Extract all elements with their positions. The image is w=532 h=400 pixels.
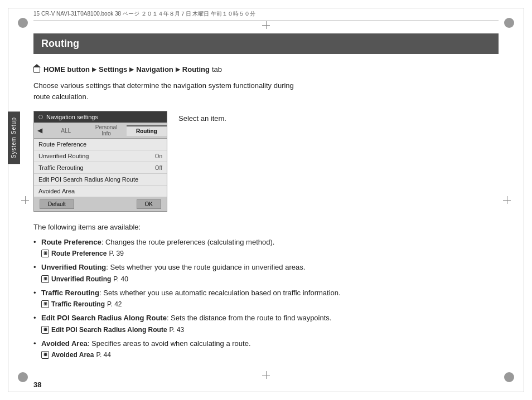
ref-bold: Avoided Area: [51, 350, 94, 360]
main-content: Routing HOME button ▶ Settings ▶ Navigat…: [33, 33, 499, 372]
cross-decoration-ml: [21, 196, 29, 204]
side-tab: System Setup: [8, 111, 20, 164]
list-item-avoided-area: Avoided Area: Specifies areas to avoid w…: [33, 338, 499, 360]
ns-row-label: Edit POI Search Radius Along Route: [38, 176, 138, 183]
sub-ref-avoided-area: ⊞ Avoided Area P. 44: [41, 350, 499, 360]
ns-header-dot: [38, 115, 43, 119]
ref-bold: Unverified Routing: [51, 274, 111, 284]
ns-row-value: Off: [155, 165, 162, 171]
select-label: Select an item.: [178, 114, 226, 212]
ref-icon: ⊞: [41, 275, 49, 283]
ns-row-label: Route Preference: [38, 141, 86, 148]
file-header: 15 CR-V NAVI-31T0A8100.book 38 ページ ２０１４年…: [33, 10, 499, 21]
item-name: Route Preference: [41, 238, 101, 246]
sub-ref-unverified-routing: ⊞ Unverified Routing P. 40: [41, 274, 499, 284]
nav-screenshot: Navigation settings ◀ ALL Personal Info …: [33, 111, 167, 212]
ref-page: P. 42: [107, 299, 122, 309]
item-desc: : Sets whether you use the route guidanc…: [106, 263, 305, 271]
breadcrumb-routing: Routing: [182, 65, 210, 74]
item-desc: : Changes the route preferences (calcula…: [101, 238, 275, 246]
ns-row-route-preference: Route Preference: [34, 139, 167, 150]
page-number: 38: [33, 381, 41, 389]
item-name: Unverified Routing: [41, 263, 106, 271]
cross-decoration-mr: [503, 196, 511, 204]
ns-row-value: On: [155, 153, 162, 159]
page-title: Routing: [33, 33, 499, 54]
ref-page: P. 39: [109, 248, 123, 258]
list-item-edit-poi: Edit POI Search Radius Along Route: Sets…: [33, 313, 499, 335]
ref-icon: ⊞: [41, 326, 49, 334]
corner-decoration-bl: [18, 372, 28, 382]
ns-ok-button[interactable]: OK: [137, 199, 161, 209]
ns-tabs: ◀ ALL Personal Info Routing: [34, 123, 167, 139]
sub-ref-route-preference: ⊞ Route Preference P. 39: [41, 248, 499, 258]
cross-decoration-bm: [262, 371, 270, 379]
corner-decoration-tr: [504, 18, 514, 28]
ref-page: P. 44: [96, 350, 110, 360]
breadcrumb: HOME button ▶ Settings ▶ Navigation ▶ Ro…: [33, 65, 499, 74]
home-icon: [33, 66, 40, 73]
item-name: Traffic Rerouting: [41, 289, 99, 297]
ref-icon: ⊞: [41, 250, 49, 257]
ref-icon: ⊞: [41, 300, 49, 308]
ref-page: P. 40: [113, 274, 128, 284]
tab-arrow-left[interactable]: ◀: [34, 125, 46, 136]
list-item-route-preference: Route Preference: Changes the route pref…: [33, 237, 499, 259]
ns-row-edit-poi: Edit POI Search Radius Along Route: [34, 174, 167, 186]
corner-decoration-tl: [18, 18, 28, 28]
ref-icon: ⊞: [41, 351, 49, 359]
following-intro: The following items are available:: [33, 222, 499, 233]
ref-bold: Edit POI Search Radius Along Route: [51, 325, 167, 335]
following-section: The following items are available: Route…: [33, 222, 499, 360]
list-item-unverified-routing: Unverified Routing: Sets whether you use…: [33, 262, 499, 284]
ns-default-button[interactable]: Default: [40, 199, 74, 209]
ns-row-label: Avoided Area: [38, 188, 75, 194]
sub-ref-edit-poi: ⊞ Edit POI Search Radius Along Route P. …: [41, 325, 499, 335]
breadcrumb-arrow3: ▶: [176, 66, 180, 73]
body-flex: Navigation settings ◀ ALL Personal Info …: [33, 111, 499, 212]
ns-row-label: Traffic Rerouting: [38, 164, 84, 171]
ns-row-avoided-area: Avoided Area: [34, 186, 167, 197]
breadcrumb-arrow1: ▶: [92, 66, 96, 73]
tab-personal-info[interactable]: Personal Info: [86, 123, 126, 138]
ns-footer: Default OK: [34, 197, 167, 211]
ns-header-title: Navigation settings: [46, 114, 98, 120]
item-desc: : Sets the distance from the route to fi…: [167, 314, 332, 322]
ref-bold: Traffic Rerouting: [51, 299, 105, 309]
ns-body: Route Preference Unverified Routing On T…: [34, 139, 167, 197]
description-text: Choose various settings that determine t…: [33, 80, 312, 102]
breadcrumb-arrow2: ▶: [129, 66, 134, 73]
item-name: Edit POI Search Radius Along Route: [41, 314, 167, 322]
ns-row-traffic-rerouting: Traffic Rerouting Off: [34, 162, 167, 174]
breadcrumb-tab-suffix: tab: [212, 65, 222, 74]
ns-row-unverified-routing: Unverified Routing On: [34, 150, 167, 162]
breadcrumb-navigation: Navigation: [136, 65, 173, 74]
tab-all[interactable]: ALL: [46, 126, 86, 135]
ref-bold: Route Preference: [51, 248, 107, 258]
ref-page: P. 43: [170, 325, 184, 335]
item-desc: : Specifies areas to avoid when calculat…: [88, 339, 251, 348]
breadcrumb-home: HOME button: [43, 65, 90, 74]
list-item-traffic-rerouting: Traffic Rerouting: Sets whether you use …: [33, 287, 499, 310]
cross-decoration-tm: [262, 21, 270, 29]
ns-header: Navigation settings: [34, 111, 167, 123]
item-desc: : Sets whether you use automatic recalcu…: [99, 289, 341, 297]
item-name: Avoided Area: [41, 339, 88, 348]
following-list: Route Preference: Changes the route pref…: [33, 237, 499, 360]
sub-ref-traffic-rerouting: ⊞ Traffic Rerouting P. 42: [41, 299, 499, 309]
ns-row-label: Unverified Routing: [38, 153, 89, 159]
tab-routing[interactable]: Routing: [127, 125, 167, 136]
breadcrumb-settings: Settings: [99, 65, 127, 74]
file-header-text: 15 CR-V NAVI-31T0A8100.book 38 ページ ２０１４年…: [33, 10, 255, 18]
corner-decoration-br: [504, 372, 514, 382]
